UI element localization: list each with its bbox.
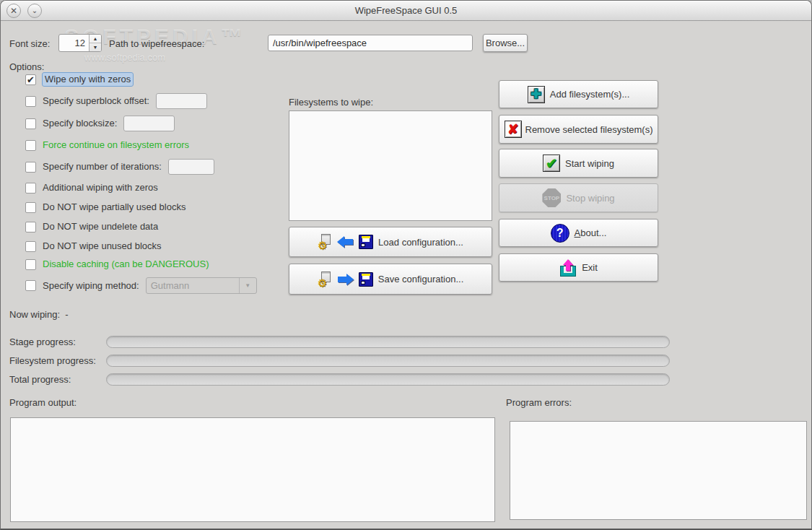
exit-button[interactable]: Exit (499, 253, 658, 282)
spin-up-icon[interactable]: ▲ (90, 35, 101, 43)
options-heading: Options: (9, 61, 44, 74)
now-wiping-value: - (65, 309, 68, 320)
exit-label: Exit (582, 262, 598, 273)
save-configuration-button[interactable]: ⚙ Save configuration... (289, 264, 492, 295)
program-output-area[interactable] (10, 417, 495, 522)
load-configuration-label: Load configuration... (378, 237, 463, 248)
option-force-continue: Force continue on filesystem errors (25, 139, 189, 152)
remove-filesystems-label: Remove selected filesystem(s) (525, 124, 653, 135)
option-iterations: Specify number of iterations: (25, 159, 214, 175)
add-plus-icon: ✚ (528, 86, 545, 103)
wiping-method-value: Gutmann (147, 278, 239, 293)
save-configuration-label: Save configuration... (378, 274, 464, 284)
start-check-icon: ✔ (543, 155, 560, 172)
stage-progress-label: Stage progress: (9, 336, 76, 349)
close-icon[interactable]: ✕ (6, 4, 21, 18)
start-wiping-label: Start wiping (565, 158, 614, 169)
option-label[interactable]: Specify number of iterations: (43, 160, 162, 173)
font-size-label: Font size: (9, 38, 50, 51)
about-button[interactable]: ? About... (499, 219, 658, 247)
program-errors-label: Program errors: (506, 396, 572, 409)
blocksize-input[interactable] (123, 116, 175, 131)
option-superblock-offset: Specify superblock offset: (25, 93, 207, 109)
option-label[interactable]: Do NOT wipe undelete data (43, 220, 158, 233)
wipe-only-zeros-checkbox[interactable]: ✔ (25, 74, 36, 85)
floppy-disk-icon (359, 272, 373, 287)
option-blocksize: Specify blocksize: (25, 116, 175, 131)
total-progress-bar (106, 373, 670, 386)
no-undelete-checkbox[interactable] (25, 222, 36, 233)
additional-zeros-checkbox[interactable] (25, 183, 36, 194)
blocksize-checkbox[interactable] (25, 118, 36, 129)
font-size-stepper[interactable]: 12 ▲ ▼ (58, 34, 102, 52)
total-progress-label: Total progress: (9, 373, 71, 386)
option-wipe-only-zeros: ✔ Wipe only with zeros (25, 73, 133, 86)
option-label[interactable]: Disable caching (can be DANGEROUS) (43, 258, 209, 271)
now-wiping-label: Now wiping: - (9, 308, 69, 321)
stop-sign-icon: STOP (542, 188, 561, 207)
no-partial-blocks-checkbox[interactable] (25, 202, 36, 213)
option-label[interactable]: Force continue on filesystem errors (43, 139, 189, 152)
chevron-down-icon: ▼ (239, 278, 256, 293)
program-errors-area[interactable] (510, 421, 807, 520)
wiping-method-checkbox[interactable] (25, 280, 36, 291)
program-output-label: Program output: (9, 396, 77, 409)
option-label[interactable]: Specify wiping method: (43, 279, 139, 292)
superblock-offset-checkbox[interactable] (25, 96, 36, 107)
option-no-partial-blocks: Do NOT wipe partially used blocks (25, 201, 185, 214)
option-additional-zeros: Additional wiping with zeros (25, 181, 158, 194)
browse-button[interactable]: Browse... (483, 34, 528, 52)
arrow-right-icon (337, 274, 354, 285)
option-label[interactable]: Specify superblock offset: (43, 95, 149, 108)
start-wiping-button[interactable]: ✔ Start wiping (499, 149, 658, 178)
stop-wiping-label: Stop wiping (566, 193, 614, 204)
browse-button-label: Browse... (486, 38, 525, 48)
option-label[interactable]: Do NOT wipe unused blocks (43, 240, 162, 253)
option-label[interactable]: Wipe only with zeros (43, 73, 133, 86)
stop-wiping-button: STOP Stop wiping (499, 183, 658, 212)
iterations-input[interactable] (168, 159, 214, 175)
option-disable-caching: Disable caching (can be DANGEROUS) (25, 258, 209, 271)
spin-down-icon[interactable]: ▼ (90, 43, 101, 51)
remove-x-icon: ✘ (505, 121, 522, 138)
font-size-value: 12 (59, 35, 89, 51)
watermark-url: www.softpedia.com (84, 52, 246, 63)
add-filesystems-button[interactable]: ✚ Add filesystem(s)... (499, 80, 658, 108)
add-filesystems-label: Add filesystem(s)... (550, 89, 630, 100)
titlebar: ✕ ⌄ WipeFreeSpace GUI 0.5 (1, 1, 811, 21)
filesystem-progress-label: Filesystem progress: (9, 355, 96, 368)
window-title: WipeFreeSpace GUI 0.5 (1, 1, 811, 21)
filesystems-label: Filesystems to wipe: (289, 96, 373, 109)
about-label: About... (575, 227, 607, 238)
option-label[interactable]: Do NOT wipe partially used blocks (43, 201, 185, 214)
iterations-checkbox[interactable] (25, 162, 36, 173)
path-input[interactable] (268, 35, 473, 51)
option-no-undelete: Do NOT wipe undelete data (25, 220, 158, 233)
load-configuration-button[interactable]: ⚙ Load configuration... (289, 227, 492, 257)
arrow-left-icon (337, 236, 354, 248)
option-label[interactable]: Specify blocksize: (43, 117, 117, 130)
option-no-unused-blocks: Do NOT wipe unused blocks (25, 240, 162, 253)
option-label[interactable]: Additional wiping with zeros (43, 181, 158, 194)
config-doc-icon: ⚙ (318, 271, 332, 287)
shade-icon[interactable]: ⌄ (27, 4, 42, 18)
no-unused-blocks-checkbox[interactable] (25, 241, 36, 252)
stage-progress-bar (106, 336, 670, 348)
superblock-offset-input[interactable] (156, 93, 207, 109)
question-mark-icon: ? (551, 224, 569, 243)
filesystem-progress-bar (106, 355, 670, 367)
disable-caching-checkbox[interactable] (25, 259, 36, 270)
exit-arrow-icon (559, 259, 577, 276)
path-label: Path to wipefreespace: (109, 38, 204, 51)
option-wiping-method: Specify wiping method: Gutmann ▼ (25, 277, 257, 294)
filesystems-list[interactable] (289, 110, 492, 221)
remove-filesystems-button[interactable]: ✘ Remove selected filesystem(s) (499, 115, 658, 144)
app-window: ✕ ⌄ WipeFreeSpace GUI 0.5 SOFTPEDIA™ www… (0, 0, 812, 530)
floppy-disk-icon (359, 235, 373, 249)
config-doc-icon: ⚙ (318, 234, 332, 250)
force-continue-checkbox[interactable] (25, 140, 36, 151)
wiping-method-dropdown[interactable]: Gutmann ▼ (146, 277, 257, 294)
